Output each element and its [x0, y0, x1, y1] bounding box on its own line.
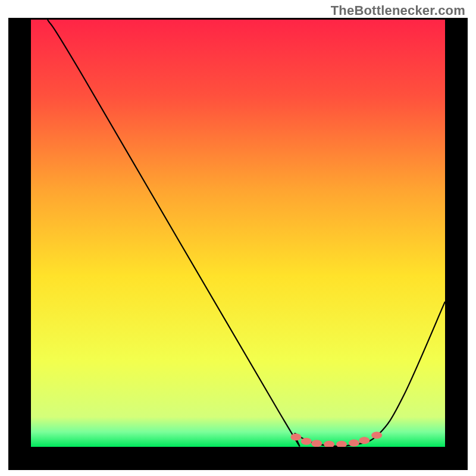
curve-marker	[359, 437, 369, 444]
curve-marker	[371, 432, 382, 439]
curve-marker	[349, 440, 359, 447]
curve-marker	[290, 433, 301, 440]
watermark-text: TheBottlenecker.com	[331, 3, 465, 18]
chart-frame	[8, 18, 468, 470]
curve-marker	[311, 440, 322, 447]
gradient-background	[31, 20, 445, 447]
chart-svg	[31, 20, 445, 447]
plot-area	[31, 20, 445, 447]
curve-marker	[301, 438, 312, 445]
